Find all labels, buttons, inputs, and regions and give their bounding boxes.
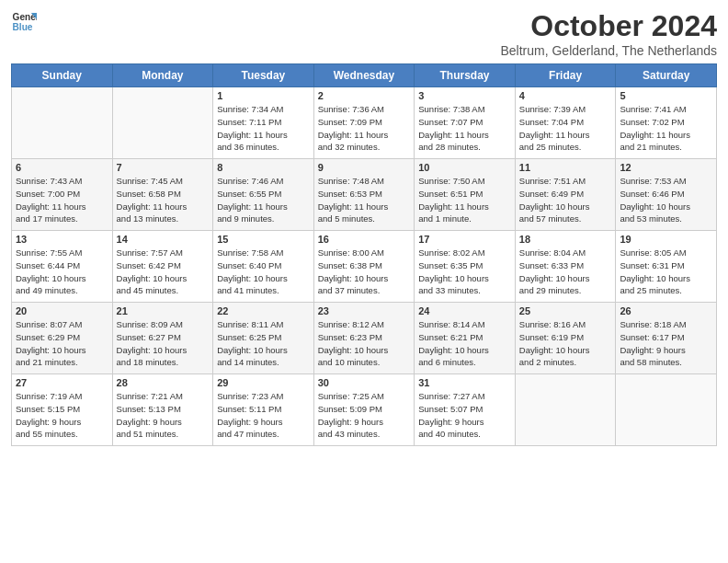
day-header-saturday: Saturday bbox=[616, 64, 717, 87]
day-header-wednesday: Wednesday bbox=[313, 64, 415, 87]
calendar-cell: 8Sunrise: 7:46 AM Sunset: 6:55 PM Daylig… bbox=[213, 159, 314, 231]
day-number: 16 bbox=[318, 234, 411, 245]
day-number: 10 bbox=[418, 162, 511, 173]
calendar-cell bbox=[12, 87, 113, 159]
cell-content: Sunrise: 8:07 AM Sunset: 6:29 PM Dayligh… bbox=[16, 318, 108, 369]
calendar-cell: 1Sunrise: 7:34 AM Sunset: 7:11 PM Daylig… bbox=[213, 87, 314, 159]
calendar-cell: 6Sunrise: 7:43 AM Sunset: 7:00 PM Daylig… bbox=[12, 159, 113, 231]
cell-content: Sunrise: 8:18 AM Sunset: 6:17 PM Dayligh… bbox=[620, 318, 712, 369]
day-header-monday: Monday bbox=[112, 64, 213, 87]
cell-content: Sunrise: 7:45 AM Sunset: 6:58 PM Dayligh… bbox=[117, 175, 210, 225]
day-number: 23 bbox=[318, 305, 411, 316]
calendar-cell: 25Sunrise: 8:16 AM Sunset: 6:19 PM Dayli… bbox=[515, 303, 616, 374]
cell-content: Sunrise: 7:58 AM Sunset: 6:40 PM Dayligh… bbox=[217, 247, 310, 297]
day-number: 12 bbox=[620, 162, 712, 173]
calendar-header: SundayMondayTuesdayWednesdayThursdayFrid… bbox=[12, 64, 717, 87]
calendar-cell: 30Sunrise: 7:25 AM Sunset: 5:09 PM Dayli… bbox=[313, 374, 415, 446]
calendar-cell: 7Sunrise: 7:45 AM Sunset: 6:58 PM Daylig… bbox=[112, 159, 213, 231]
day-number: 3 bbox=[418, 90, 511, 101]
calendar-page: General Blue October 2024 Beltrum, Gelde… bbox=[0, 0, 728, 455]
calendar-cell: 22Sunrise: 8:11 AM Sunset: 6:25 PM Dayli… bbox=[213, 303, 314, 374]
day-number: 8 bbox=[217, 162, 310, 173]
day-number: 26 bbox=[620, 305, 712, 316]
svg-text:Blue: Blue bbox=[13, 22, 33, 32]
calendar-cell: 10Sunrise: 7:50 AM Sunset: 6:51 PM Dayli… bbox=[415, 159, 516, 231]
day-number: 28 bbox=[117, 377, 210, 388]
week-row-2: 6Sunrise: 7:43 AM Sunset: 7:00 PM Daylig… bbox=[12, 159, 717, 231]
day-number: 27 bbox=[16, 377, 108, 388]
calendar-cell: 24Sunrise: 8:14 AM Sunset: 6:21 PM Dayli… bbox=[415, 303, 516, 374]
cell-content: Sunrise: 7:43 AM Sunset: 7:00 PM Dayligh… bbox=[16, 175, 108, 225]
cell-content: Sunrise: 7:41 AM Sunset: 7:02 PM Dayligh… bbox=[620, 103, 712, 154]
calendar-cell: 13Sunrise: 7:55 AM Sunset: 6:44 PM Dayli… bbox=[12, 231, 113, 303]
calendar-cell: 12Sunrise: 7:53 AM Sunset: 6:46 PM Dayli… bbox=[616, 159, 717, 231]
calendar-cell: 15Sunrise: 7:58 AM Sunset: 6:40 PM Dayli… bbox=[213, 231, 314, 303]
day-number: 6 bbox=[16, 162, 108, 173]
header-row: SundayMondayTuesdayWednesdayThursdayFrid… bbox=[12, 64, 717, 87]
day-number: 5 bbox=[620, 90, 712, 101]
day-number: 21 bbox=[117, 305, 210, 316]
cell-content: Sunrise: 7:23 AM Sunset: 5:11 PM Dayligh… bbox=[217, 390, 310, 441]
title-block: October 2024 Beltrum, Gelderland, The Ne… bbox=[500, 9, 717, 58]
cell-content: Sunrise: 8:14 AM Sunset: 6:21 PM Dayligh… bbox=[418, 318, 511, 369]
location: Beltrum, Gelderland, The Netherlands bbox=[500, 43, 717, 58]
day-number: 19 bbox=[620, 234, 712, 245]
day-number: 22 bbox=[217, 305, 310, 316]
day-number: 1 bbox=[217, 90, 310, 101]
cell-content: Sunrise: 7:48 AM Sunset: 6:53 PM Dayligh… bbox=[318, 175, 411, 225]
cell-content: Sunrise: 8:09 AM Sunset: 6:27 PM Dayligh… bbox=[117, 318, 210, 369]
calendar-cell: 14Sunrise: 7:57 AM Sunset: 6:42 PM Dayli… bbox=[112, 231, 213, 303]
day-number: 4 bbox=[519, 90, 612, 101]
logo-icon: General Blue bbox=[11, 9, 37, 35]
calendar-cell: 19Sunrise: 8:05 AM Sunset: 6:31 PM Dayli… bbox=[616, 231, 717, 303]
cell-content: Sunrise: 7:51 AM Sunset: 6:49 PM Dayligh… bbox=[519, 175, 612, 225]
cell-content: Sunrise: 8:11 AM Sunset: 6:25 PM Dayligh… bbox=[217, 318, 310, 369]
calendar-cell bbox=[112, 87, 213, 159]
cell-content: Sunrise: 7:34 AM Sunset: 7:11 PM Dayligh… bbox=[217, 103, 310, 154]
calendar-cell: 29Sunrise: 7:23 AM Sunset: 5:11 PM Dayli… bbox=[213, 374, 314, 446]
cell-content: Sunrise: 7:19 AM Sunset: 5:15 PM Dayligh… bbox=[16, 390, 108, 441]
calendar-cell: 21Sunrise: 8:09 AM Sunset: 6:27 PM Dayli… bbox=[112, 303, 213, 374]
week-row-4: 20Sunrise: 8:07 AM Sunset: 6:29 PM Dayli… bbox=[12, 303, 717, 374]
day-number: 18 bbox=[519, 234, 612, 245]
calendar-cell: 4Sunrise: 7:39 AM Sunset: 7:04 PM Daylig… bbox=[515, 87, 616, 159]
day-number: 13 bbox=[16, 234, 108, 245]
calendar-cell: 31Sunrise: 7:27 AM Sunset: 5:07 PM Dayli… bbox=[415, 374, 516, 446]
day-number: 11 bbox=[519, 162, 612, 173]
cell-content: Sunrise: 8:04 AM Sunset: 6:33 PM Dayligh… bbox=[519, 247, 612, 297]
month-title: October 2024 bbox=[500, 9, 717, 43]
calendar-cell: 17Sunrise: 8:02 AM Sunset: 6:35 PM Dayli… bbox=[415, 231, 516, 303]
day-header-thursday: Thursday bbox=[415, 64, 516, 87]
day-number: 7 bbox=[117, 162, 210, 173]
day-number: 20 bbox=[16, 305, 108, 316]
calendar-cell: 18Sunrise: 8:04 AM Sunset: 6:33 PM Dayli… bbox=[515, 231, 616, 303]
cell-content: Sunrise: 7:39 AM Sunset: 7:04 PM Dayligh… bbox=[519, 103, 612, 154]
cell-content: Sunrise: 7:50 AM Sunset: 6:51 PM Dayligh… bbox=[418, 175, 511, 225]
day-number: 17 bbox=[418, 234, 511, 245]
calendar-body: 1Sunrise: 7:34 AM Sunset: 7:11 PM Daylig… bbox=[12, 87, 717, 446]
calendar-cell: 20Sunrise: 8:07 AM Sunset: 6:29 PM Dayli… bbox=[12, 303, 113, 374]
calendar-cell: 26Sunrise: 8:18 AM Sunset: 6:17 PM Dayli… bbox=[616, 303, 717, 374]
header: General Blue October 2024 Beltrum, Gelde… bbox=[11, 9, 717, 58]
calendar-cell: 5Sunrise: 7:41 AM Sunset: 7:02 PM Daylig… bbox=[616, 87, 717, 159]
day-number: 30 bbox=[318, 377, 411, 388]
day-header-tuesday: Tuesday bbox=[213, 64, 314, 87]
day-number: 25 bbox=[519, 305, 612, 316]
day-number: 31 bbox=[418, 377, 511, 388]
day-header-sunday: Sunday bbox=[12, 64, 113, 87]
calendar-cell bbox=[616, 374, 717, 446]
cell-content: Sunrise: 7:38 AM Sunset: 7:07 PM Dayligh… bbox=[418, 103, 511, 154]
calendar-cell bbox=[515, 374, 616, 446]
calendar-cell: 16Sunrise: 8:00 AM Sunset: 6:38 PM Dayli… bbox=[313, 231, 415, 303]
cell-content: Sunrise: 7:57 AM Sunset: 6:42 PM Dayligh… bbox=[117, 247, 210, 297]
day-number: 24 bbox=[418, 305, 511, 316]
calendar-cell: 9Sunrise: 7:48 AM Sunset: 6:53 PM Daylig… bbox=[313, 159, 415, 231]
day-number: 14 bbox=[117, 234, 210, 245]
week-row-5: 27Sunrise: 7:19 AM Sunset: 5:15 PM Dayli… bbox=[12, 374, 717, 446]
cell-content: Sunrise: 7:53 AM Sunset: 6:46 PM Dayligh… bbox=[620, 175, 712, 225]
day-number: 29 bbox=[217, 377, 310, 388]
cell-content: Sunrise: 8:12 AM Sunset: 6:23 PM Dayligh… bbox=[318, 318, 411, 369]
cell-content: Sunrise: 8:05 AM Sunset: 6:31 PM Dayligh… bbox=[620, 247, 712, 297]
cell-content: Sunrise: 8:02 AM Sunset: 6:35 PM Dayligh… bbox=[418, 247, 511, 297]
cell-content: Sunrise: 7:27 AM Sunset: 5:07 PM Dayligh… bbox=[418, 390, 511, 441]
